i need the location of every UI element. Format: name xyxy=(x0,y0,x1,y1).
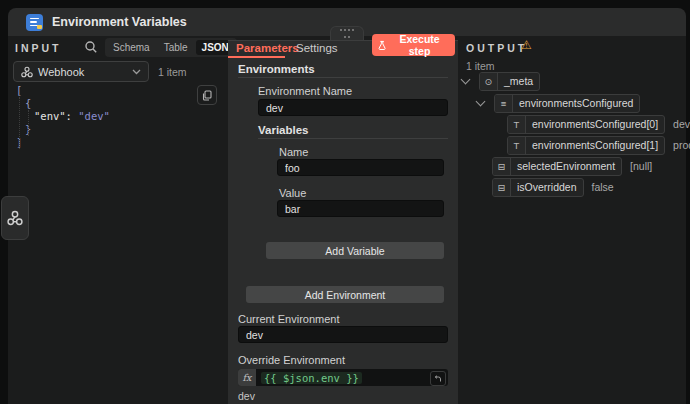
execute-step-button[interactable]: Execute step xyxy=(372,34,455,56)
variable-value-input[interactable] xyxy=(277,200,444,217)
undo-icon xyxy=(434,375,442,383)
tree-node-is-overridden[interactable]: ⊟ isOverridden xyxy=(492,178,584,197)
string-type-icon: T xyxy=(508,116,526,133)
warning-icon: ⚠ xyxy=(521,38,532,52)
override-environment-label: Override Environment xyxy=(238,354,345,366)
add-environment-button[interactable]: Add Environment xyxy=(246,286,444,303)
variable-name-label: Name xyxy=(279,146,308,158)
value-type-icon: ⊟ xyxy=(493,158,511,175)
add-variable-button[interactable]: Add Variable xyxy=(266,242,444,259)
indent-guide xyxy=(19,97,20,149)
webhook-icon xyxy=(7,210,23,226)
tree-node-meta[interactable]: ⊙ _meta xyxy=(479,72,540,91)
input-panel-header: INPUT xyxy=(15,42,62,54)
output-items-count: 1 item xyxy=(466,60,495,72)
json-line: [ xyxy=(16,84,22,97)
tab-table[interactable]: Table xyxy=(158,40,194,55)
tree-row: ⊟ selectedEnvironment [null] xyxy=(492,157,652,175)
object-type-icon: ⊙ xyxy=(480,73,498,90)
node-detail-view: Environment Variables INPUT Schema Table… xyxy=(0,0,690,404)
input-items-count: 1 item xyxy=(158,66,187,78)
page-title: Environment Variables xyxy=(52,15,187,29)
override-environment-expression-input[interactable]: fx {{ $json.env }} xyxy=(238,369,448,386)
indent-guide xyxy=(28,110,29,136)
tree-node-value: false xyxy=(592,181,614,193)
list-type-icon: ≡ xyxy=(495,95,513,112)
environment-variables-node-icon xyxy=(26,14,43,31)
current-environment-input[interactable] xyxy=(238,326,448,343)
tree-node-environments-configured[interactable]: ≡ environmentsConfigured xyxy=(494,94,640,113)
chevron-down-icon xyxy=(132,69,141,75)
chevron-down-icon[interactable] xyxy=(461,75,471,85)
variable-name-input[interactable] xyxy=(277,159,444,176)
json-line: "env": "dev" xyxy=(34,110,110,123)
fx-expression-icon: fx xyxy=(238,369,256,386)
flask-icon xyxy=(378,40,386,51)
tree-node-environments-configured-1[interactable]: T environmentsConfigured[1] xyxy=(507,136,665,155)
section-divider xyxy=(238,77,448,78)
active-tab-underline xyxy=(228,56,285,58)
tree-node-environments-configured-0[interactable]: T environmentsConfigured[0] xyxy=(507,115,665,134)
tab-schema[interactable]: Schema xyxy=(107,40,156,55)
output-panel-header: OUTPUT xyxy=(466,42,527,54)
environment-name-input[interactable] xyxy=(258,99,448,116)
json-value: "dev" xyxy=(78,110,110,122)
environments-section-label: Environments xyxy=(238,63,315,75)
search-icon[interactable] xyxy=(84,40,98,54)
expression-code[interactable]: {{ $json.env }} xyxy=(261,372,362,384)
tree-row: ≡ environmentsConfigured xyxy=(477,94,640,112)
environment-name-label: Environment Name xyxy=(258,85,352,97)
input-node-stub-webhook[interactable] xyxy=(1,196,29,240)
expression-result-preview: dev xyxy=(238,390,255,402)
tree-node-value: prod xyxy=(673,139,690,151)
tree-row: ⊙ _meta xyxy=(462,72,540,90)
tree-node-selected-environment[interactable]: ⊟ selectedEnvironment xyxy=(492,157,622,176)
input-source-label: Webhook xyxy=(38,66,84,78)
input-display-mode-tabs: Schema Table JSON xyxy=(105,38,237,57)
tree-node-value: dev xyxy=(673,118,690,130)
chevron-down-icon[interactable] xyxy=(476,97,486,107)
tree-row: T environmentsConfigured[0] dev xyxy=(507,115,690,133)
value-type-icon: ⊟ xyxy=(493,179,511,196)
tab-parameters[interactable]: Parameters xyxy=(236,42,299,54)
tree-node-value: [null] xyxy=(630,160,652,172)
panel-drag-handle[interactable] xyxy=(330,26,364,40)
current-environment-label: Current Environment xyxy=(238,313,340,325)
tab-settings[interactable]: Settings xyxy=(296,42,338,54)
copy-icon xyxy=(202,90,212,101)
section-divider xyxy=(258,138,448,139)
string-type-icon: T xyxy=(508,137,526,154)
input-source-dropdown[interactable]: Webhook xyxy=(13,61,149,82)
variables-section-label: Variables xyxy=(258,124,309,136)
expression-reset-button[interactable] xyxy=(430,371,446,386)
tree-row: T environmentsConfigured[1] prod xyxy=(507,136,690,154)
tree-row: ⊟ isOverridden false xyxy=(492,178,614,196)
copy-json-button[interactable] xyxy=(197,85,217,105)
variable-value-label: Value xyxy=(279,187,306,199)
webhook-icon xyxy=(21,66,33,78)
json-line: { xyxy=(25,97,31,110)
json-key: "env": xyxy=(34,110,72,122)
execute-step-label: Execute step xyxy=(390,33,449,57)
